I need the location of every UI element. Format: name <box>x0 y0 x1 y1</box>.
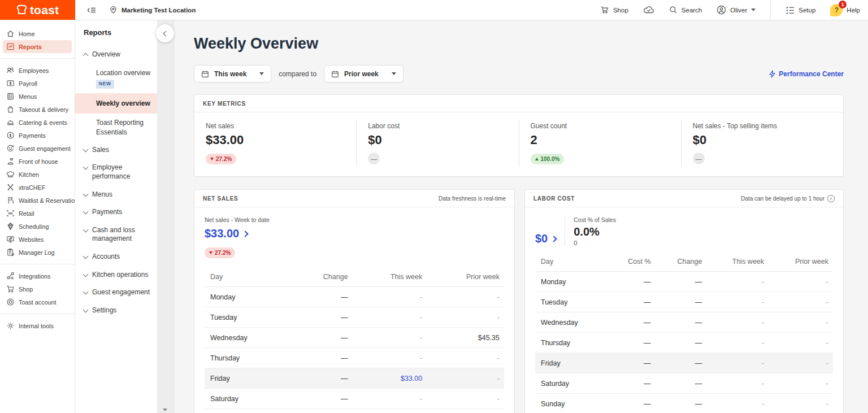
sidebar-item-toast-account[interactable]: Toast account <box>3 295 72 308</box>
column-header[interactable]: Change <box>291 267 353 287</box>
net-sales-card: NET SALES Data freshness is real-time Ne… <box>194 189 515 413</box>
section-label: Employee performance <box>92 163 153 181</box>
info-icon[interactable]: i <box>827 195 835 202</box>
sidebar-item-shop[interactable]: Shop <box>3 282 72 295</box>
reports-item-location-overview[interactable]: Location overview NEW <box>75 64 157 94</box>
toast-logo[interactable]: toast <box>0 0 75 20</box>
collapse-reports-sidebar-button[interactable] <box>156 24 174 42</box>
table-row: Saturday—-- <box>205 389 504 409</box>
guest-engagement-icon <box>6 144 15 153</box>
location-selector[interactable]: Marketing Test Location <box>109 6 196 14</box>
column-header[interactable]: Day <box>535 252 607 272</box>
chevron-down-icon <box>751 8 756 11</box>
labor-cost-card: LABOR COST Data can be delayed up to 1 h… <box>524 189 844 413</box>
setup-button[interactable]: Setup <box>785 6 815 14</box>
column-header[interactable]: This week <box>706 252 769 272</box>
sidebar-item-payments[interactable]: Payments <box>3 129 72 142</box>
chevron-up-icon <box>83 53 89 59</box>
collapse-nav-icon[interactable] <box>86 6 97 14</box>
column-header[interactable]: Change <box>656 252 707 272</box>
table-row: Monday—-- <box>205 287 504 307</box>
comparison-select[interactable]: Prior week <box>324 65 403 82</box>
reports-section-kitchen-operations[interactable]: Kitchen operations <box>75 266 157 284</box>
delta-badge-neutral: — <box>368 153 380 164</box>
primary-sidebar: Home Reports Employees Payroll Menus Tak… <box>0 20 75 413</box>
table-row: Sunday——-- <box>535 394 833 413</box>
reports-item-toast-reporting-essentials[interactable]: Toast Reporting Essentials <box>75 114 157 141</box>
sidebar-label: Retail <box>19 210 34 217</box>
metric-labor-cost: Labor cost $0 — <box>356 120 518 167</box>
column-header[interactable]: Prior week <box>769 252 833 272</box>
reports-section-sales[interactable]: Sales <box>75 141 157 159</box>
chevron-down-icon <box>83 289 89 295</box>
catering-cloche-icon <box>6 118 15 127</box>
xtrachef-icon <box>6 183 15 192</box>
manager-log-icon <box>6 248 15 257</box>
reports-section-employee-performance[interactable]: Employee performance <box>75 159 157 185</box>
table-row-current-day: Friday——-- <box>535 353 833 373</box>
table-row-current-day: Friday—$33.00- <box>205 368 504 389</box>
shop-button[interactable]: Shop <box>600 6 628 14</box>
sidebar-item-reports[interactable]: Reports <box>3 40 72 53</box>
sidebar-item-guest-engagement[interactable]: Guest engagement <box>3 142 72 155</box>
delta-badge-down: 27.2% <box>206 154 236 164</box>
column-header[interactable]: Day <box>205 267 291 287</box>
sidebar-item-waitlist-reservations[interactable]: Waitlist & Reservations <box>3 194 72 207</box>
sidebar-label: Shop <box>19 286 33 293</box>
user-menu[interactable]: Oliver <box>717 5 756 15</box>
scroll-down-arrow[interactable] <box>163 408 167 411</box>
cloud-sync-button[interactable] <box>643 6 654 14</box>
metric-top-selling: Net sales - Top selling items $0 — <box>681 120 843 167</box>
search-button[interactable]: Search <box>669 6 702 14</box>
reports-section-cash-loss[interactable]: Cash and loss management <box>75 221 157 248</box>
chevron-down-icon <box>83 191 89 197</box>
sidebar-item-websites[interactable]: Websites <box>3 233 72 246</box>
sidebar-label: Employees <box>19 67 49 74</box>
column-header[interactable]: Prior week <box>427 267 504 287</box>
sidebar-label: Payments <box>19 132 46 139</box>
reports-section-guest-engagement[interactable]: Guest engagement <box>75 284 157 302</box>
sidebar-item-payroll[interactable]: Payroll <box>3 77 72 90</box>
chevron-right-icon <box>242 231 249 237</box>
sidebar-scroll-gutter[interactable] <box>157 20 174 413</box>
comparison-value: Prior week <box>344 70 379 78</box>
sidebar-item-kitchen[interactable]: Kitchen <box>3 168 72 181</box>
reports-section-overview[interactable]: Overview <box>75 46 157 64</box>
sidebar-item-catering-events[interactable]: Catering & events <box>3 116 72 129</box>
sidebar-item-employees[interactable]: Employees <box>3 64 72 77</box>
sidebar-label: xtraCHEF <box>19 184 45 191</box>
item-label: Toast Reporting Essentials <box>96 118 153 136</box>
sidebar-item-xtrachef[interactable]: xtraCHEF <box>3 181 72 194</box>
sidebar-item-internal-tools[interactable]: Internal tools <box>3 319 72 332</box>
help-label: Help <box>847 7 860 14</box>
column-header[interactable]: This week <box>353 267 427 287</box>
sidebar-item-manager-log[interactable]: Manager Log <box>3 246 72 259</box>
sidebar-label: Waitlist & Reservations <box>19 197 75 204</box>
sidebar-item-scheduling[interactable]: Scheduling <box>3 220 72 233</box>
reports-section-payments[interactable]: Payments <box>75 203 157 221</box>
sidebar-item-integrations[interactable]: Integrations <box>3 269 72 282</box>
labor-cost-drilldown-link[interactable]: $0 <box>535 232 556 245</box>
net-sales-drilldown-link[interactable]: $33.00 <box>205 227 504 240</box>
reports-sidebar-title: Reports <box>75 28 157 37</box>
performance-center-link[interactable]: Performance Center <box>769 70 844 78</box>
kitchen-chef-hat-icon <box>6 170 15 179</box>
help-notification-badge: 1 <box>839 1 847 8</box>
sidebar-item-front-of-house[interactable]: Front of house <box>3 155 72 168</box>
reports-item-weekly-overview[interactable]: Weekly overview <box>75 93 157 114</box>
help-button[interactable]: ? 1 Help <box>830 4 860 16</box>
reports-section-accounts[interactable]: Accounts <box>75 248 157 266</box>
column-header[interactable]: Cost % <box>607 252 655 272</box>
sidebar-item-takeout-delivery[interactable]: Takeout & delivery <box>3 103 72 116</box>
sidebar-item-retail[interactable]: Retail <box>3 207 72 220</box>
period-select[interactable]: This week <box>194 65 271 82</box>
chevron-down-icon <box>83 146 89 152</box>
reports-section-settings[interactable]: Settings <box>75 302 157 320</box>
sidebar-item-home[interactable]: Home <box>3 27 72 40</box>
sidebar-label: Payroll <box>19 80 37 87</box>
websites-monitor-icon <box>6 235 15 244</box>
chevron-down-icon <box>259 72 264 75</box>
front-of-house-icon <box>6 157 15 166</box>
sidebar-item-menus[interactable]: Menus <box>3 90 72 103</box>
reports-section-menus[interactable]: Menus <box>75 186 157 204</box>
